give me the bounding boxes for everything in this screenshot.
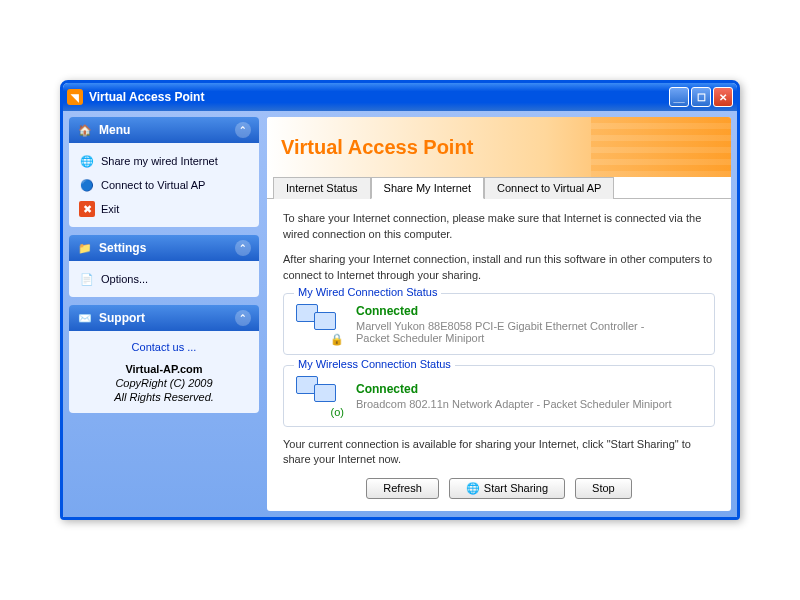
window-body: 🏠 Menu ⌃ 🌐 Share my wired Internet 🔵 Con…: [63, 111, 737, 516]
chevron-up-icon: ⌃: [235, 310, 251, 326]
window-title: Virtual Access Point: [89, 90, 667, 104]
wired-network-icon: 🔒: [296, 304, 342, 344]
page-title: Virtual Access Point: [281, 136, 473, 159]
main-panel: Virtual Access Point Internet Status Sha…: [267, 117, 731, 510]
menu-panel: 🏠 Menu ⌃ 🌐 Share my wired Internet 🔵 Con…: [69, 117, 259, 227]
start-sharing-button[interactable]: 🌐 Start Sharing: [449, 478, 565, 499]
contact-link[interactable]: Contact us ...: [132, 341, 197, 353]
tab-content: To share your Internet connection, pleas…: [267, 198, 731, 510]
close-button[interactable]: ✕: [713, 87, 733, 107]
main-header: Virtual Access Point: [267, 117, 731, 177]
menu-item-label: Connect to Virtual AP: [101, 179, 205, 191]
sidebar: 🏠 Menu ⌃ 🌐 Share my wired Internet 🔵 Con…: [69, 117, 259, 510]
wireless-adapter-desc: Broadcom 802.11n Network Adapter - Packe…: [356, 398, 672, 410]
lock-icon: 🔒: [330, 333, 344, 346]
intro-text-2: After sharing your Internet connection, …: [283, 252, 715, 283]
stop-button[interactable]: Stop: [575, 478, 632, 499]
header-decoration: [591, 117, 731, 177]
settings-panel-body: 📄 Options...: [69, 261, 259, 297]
support-panel-header[interactable]: ✉️ Support ⌃: [69, 305, 259, 331]
menu-item-share-wired[interactable]: 🌐 Share my wired Internet: [73, 149, 255, 173]
wireless-status: Connected: [356, 382, 672, 396]
settings-panel: 📁 Settings ⌃ 📄 Options...: [69, 235, 259, 297]
settings-panel-title: Settings: [99, 241, 146, 255]
menu-item-label: Options...: [101, 273, 148, 285]
refresh-button[interactable]: Refresh: [366, 478, 439, 499]
footnote-text: Your current connection is available for…: [283, 437, 715, 468]
ie-icon: 🔵: [79, 177, 95, 193]
menu-panel-header[interactable]: 🏠 Menu ⌃: [69, 117, 259, 143]
minimize-button[interactable]: __: [669, 87, 689, 107]
chevron-up-icon: ⌃: [235, 122, 251, 138]
wireless-group-title: My Wireless Connection Status: [294, 358, 455, 370]
settings-panel-header[interactable]: 📁 Settings ⌃: [69, 235, 259, 261]
wireless-network-icon: (o): [296, 376, 342, 416]
menu-panel-body: 🌐 Share my wired Internet 🔵 Connect to V…: [69, 143, 259, 227]
options-icon: 📄: [79, 271, 95, 287]
exit-icon: ✖: [79, 201, 95, 217]
wireless-status-group: My Wireless Connection Status (o) Connec…: [283, 365, 715, 427]
mail-icon: ✉️: [77, 310, 93, 326]
tab-internet-status[interactable]: Internet Status: [273, 177, 371, 199]
wired-status: Connected: [356, 304, 676, 318]
support-rights: All Rights Reserved.: [73, 391, 255, 403]
menu-item-label: Share my wired Internet: [101, 155, 218, 167]
menu-item-connect-ap[interactable]: 🔵 Connect to Virtual AP: [73, 173, 255, 197]
menu-item-options[interactable]: 📄 Options...: [73, 267, 255, 291]
support-panel: ✉️ Support ⌃ Contact us ... Virtual-AP.c…: [69, 305, 259, 413]
support-site: Virtual-AP.com: [73, 363, 255, 375]
chevron-up-icon: ⌃: [235, 240, 251, 256]
signal-icon: (o): [331, 406, 344, 418]
wired-group-title: My Wired Connection Status: [294, 286, 441, 298]
tab-share-internet[interactable]: Share My Internet: [371, 177, 484, 199]
tab-bar: Internet Status Share My Internet Connec…: [267, 176, 731, 198]
titlebar[interactable]: ◥ Virtual Access Point __ ☐ ✕: [63, 83, 737, 111]
intro-text-1: To share your Internet connection, pleas…: [283, 211, 715, 242]
tab-connect-ap[interactable]: Connect to Virtual AP: [484, 177, 614, 199]
app-window: ◥ Virtual Access Point __ ☐ ✕ 🏠 Menu ⌃ 🌐…: [60, 80, 740, 519]
app-icon: ◥: [67, 89, 83, 105]
menu-item-label: Exit: [101, 203, 119, 215]
maximize-button[interactable]: ☐: [691, 87, 711, 107]
start-sharing-label: Start Sharing: [484, 482, 548, 494]
menu-panel-title: Menu: [99, 123, 130, 137]
folder-icon: 📁: [77, 240, 93, 256]
support-copyright: CopyRight (C) 2009: [73, 377, 255, 389]
support-panel-body: Contact us ... Virtual-AP.com CopyRight …: [69, 331, 259, 413]
home-icon: 🏠: [77, 122, 93, 138]
support-panel-title: Support: [99, 311, 145, 325]
button-row: Refresh 🌐 Start Sharing Stop: [283, 478, 715, 499]
wired-adapter-desc: Marvell Yukon 88E8058 PCI-E Gigabit Ethe…: [356, 320, 676, 344]
wired-status-group: My Wired Connection Status 🔒 Connected M…: [283, 293, 715, 355]
menu-item-exit[interactable]: ✖ Exit: [73, 197, 255, 221]
globe-icon: 🌐: [79, 153, 95, 169]
globe-icon: 🌐: [466, 482, 480, 495]
